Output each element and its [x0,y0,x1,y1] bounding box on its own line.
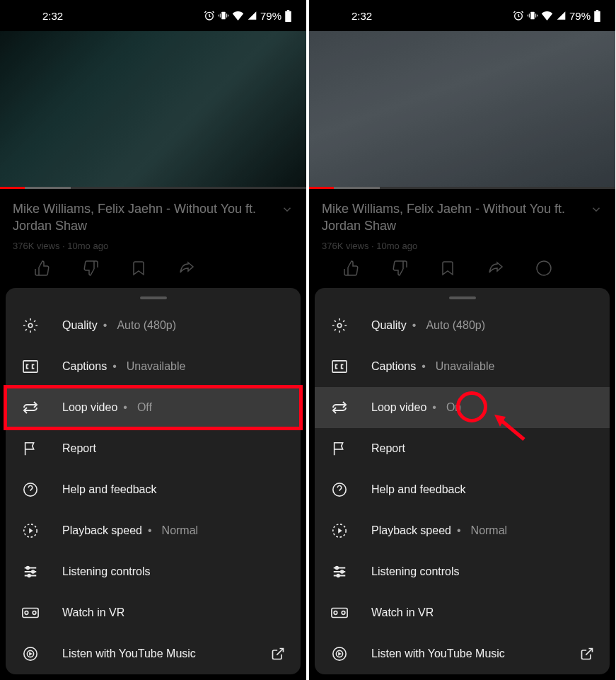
svg-rect-1 [221,12,225,20]
annotation-arrow [490,413,527,442]
video-info: Mike Williams, Felix Jaehn - Without You… [0,189,306,291]
bottom-sheet: Quality • Auto (480p) Captions • Unavail… [315,288,610,674]
menu-ytmusic[interactable]: Listen with YouTube Music [6,633,301,674]
battery-text: 79% [260,10,281,22]
video-title[interactable]: Mike Williams, Felix Jaehn - Without You… [322,200,603,235]
bottom-sheet: Quality • Auto (480p) Captions • Unavail… [6,288,301,674]
loop-icon [21,398,40,417]
menu-listening[interactable]: Listening controls [315,551,610,592]
menu-report[interactable]: Report [315,428,610,469]
sliders-icon [330,563,349,581]
external-icon [271,647,285,661]
video-thumbnail[interactable] [0,31,306,187]
sliders-icon [21,563,40,581]
svg-point-27 [341,570,344,573]
speed-icon [330,521,349,540]
svg-point-21 [537,261,551,275]
svg-point-13 [25,611,28,615]
dislike-icon[interactable] [82,260,99,277]
like-icon[interactable] [343,260,360,277]
menu-ytmusic[interactable]: Listen with YouTube Music [315,633,610,674]
help-icon [21,480,40,499]
menu-label: Quality [62,319,98,332]
menu-label: Help and feedback [62,483,156,496]
vibrate-icon [218,10,229,21]
status-time: 2:32 [14,10,63,22]
cc-icon [21,357,40,376]
status-icons: 79% [204,10,292,22]
loop-icon [330,398,349,417]
svg-point-10 [32,570,35,573]
menu-captions[interactable]: Captions • Unavailable [6,346,301,387]
menu-loop[interactable]: Loop video • Off [6,387,301,428]
menu-label: Watch in VR [371,606,434,619]
ytmusic-icon [21,645,40,663]
svg-point-28 [337,575,339,577]
vr-icon [330,604,349,622]
svg-point-30 [334,611,337,615]
battery-icon [284,10,292,22]
external-icon [580,647,594,661]
menu-quality[interactable]: Quality • Auto (480p) [6,305,301,346]
menu-label: Listen with YouTube Music [62,647,196,660]
menu-loop[interactable]: Loop video • On [315,387,610,428]
wifi-icon [541,11,553,21]
action-row [322,251,603,285]
menu-label: Report [62,442,96,455]
video-info: Mike Williams, Felix Jaehn - Without You… [309,189,615,291]
sheet-handle[interactable] [140,296,167,299]
menu-value: Auto (480p) [426,319,485,332]
video-thumbnail[interactable] [309,31,615,187]
alarm-icon [204,10,215,21]
cc-icon [330,357,349,376]
save-icon[interactable] [439,260,456,277]
battery-text: 79% [569,10,591,22]
speed-icon [21,521,40,540]
menu-captions[interactable]: Captions • Unavailable [315,346,610,387]
signal-icon [247,11,257,21]
gear-icon [21,316,40,335]
menu-speed[interactable]: Playback speed • Normal [6,510,301,551]
battery-icon [593,10,601,22]
svg-rect-3 [287,10,289,11]
menu-vr[interactable]: Watch in VR [315,592,610,633]
menu-quality[interactable]: Quality • Auto (480p) [315,305,610,346]
menu-label: Help and feedback [371,483,465,496]
action-row [13,251,294,285]
menu-label: Watch in VR [62,606,124,619]
phone-left: 2:32 79% Mike Williams, Felix Jaehn - Wi… [0,0,306,680]
status-bar: 2:32 79% [309,0,615,31]
flag-icon [21,439,40,458]
menu-label: Playback speed [62,524,142,537]
menu-label: Loop video [62,401,117,414]
status-bar: 2:32 79% [0,0,306,31]
menu-listening[interactable]: Listening controls [6,551,301,592]
chevron-down-icon[interactable] [590,203,603,216]
sheet-handle[interactable] [449,296,476,299]
signal-icon [556,11,566,21]
menu-help[interactable]: Help and feedback [315,469,610,510]
video-meta: 376K views · 10mo ago [13,241,294,251]
menu-label: Loop video [371,401,426,414]
share-icon[interactable] [487,260,504,277]
video-title[interactable]: Mike Williams, Felix Jaehn - Without You… [13,200,294,235]
menu-label: Playback speed [371,524,451,537]
menu-value: Normal [471,524,508,537]
svg-point-11 [28,575,30,577]
menu-vr[interactable]: Watch in VR [6,592,301,633]
dislike-icon[interactable] [391,260,408,277]
save-icon[interactable] [130,260,147,277]
svg-rect-6 [23,361,37,372]
wifi-icon [232,11,244,21]
video-meta: 376K views · 10mo ago [322,241,603,251]
svg-point-9 [27,567,30,570]
menu-help[interactable]: Help and feedback [6,469,301,510]
menu-report[interactable]: Report [6,428,301,469]
more-icon[interactable] [535,260,552,277]
status-icons: 79% [513,10,601,22]
chevron-down-icon[interactable] [281,203,294,216]
menu-speed[interactable]: Playback speed • Normal [315,510,610,551]
share-icon[interactable] [178,260,195,277]
like-icon[interactable] [34,260,51,277]
status-time: 2:32 [323,10,372,22]
